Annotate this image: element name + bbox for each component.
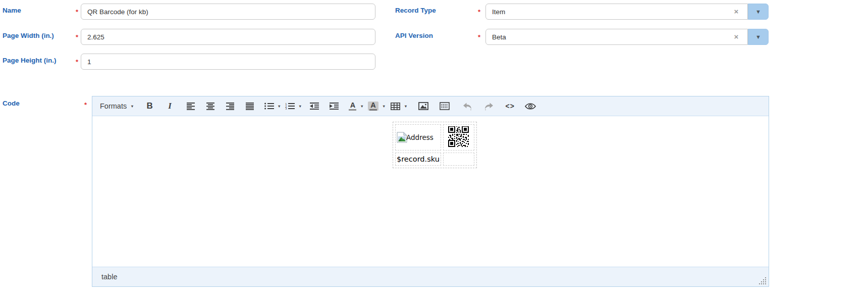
record-type-input[interactable] — [485, 4, 748, 20]
align-justify-button[interactable] — [244, 99, 257, 113]
align-left-icon — [187, 103, 195, 110]
bold-icon: B — [146, 101, 152, 111]
svg-text:3: 3 — [285, 107, 287, 110]
name-input[interactable] — [81, 4, 375, 20]
record-type-required-marker: * — [478, 9, 480, 15]
chevron-down-icon: ▼ — [360, 104, 363, 109]
formats-dropdown-button[interactable]: Formats ▼ — [99, 99, 135, 113]
page-height-input[interactable] — [81, 54, 375, 70]
page-height-required-marker: * — [76, 59, 78, 65]
page-width-label: Page Width (in.) — [3, 32, 54, 39]
italic-icon: I — [168, 101, 172, 111]
chevron-down-icon: ▼ — [278, 104, 281, 109]
align-center-button[interactable] — [204, 99, 218, 113]
redo-button[interactable] — [482, 99, 496, 113]
chevron-down-icon: ▼ — [298, 104, 302, 109]
source-code-icon: <> — [506, 102, 515, 110]
indent-icon — [330, 103, 339, 110]
name-required-marker: * — [76, 9, 78, 15]
page-width-required-marker: * — [76, 34, 78, 40]
sku-field-cell[interactable]: $record.sku — [395, 153, 441, 166]
template-form-page: Name Page Width (in.) Page Height (in.) … — [0, 0, 868, 299]
table-button[interactable]: ▼ — [391, 99, 407, 113]
redo-icon — [484, 102, 494, 111]
qr-code-cell[interactable] — [443, 124, 474, 151]
outdent-icon — [310, 103, 319, 110]
api-version-clear-icon[interactable]: × — [732, 32, 741, 41]
editor-status-bar: table — [92, 267, 769, 286]
formats-label: Formats — [100, 102, 127, 110]
record-type-clear-icon[interactable]: × — [732, 7, 741, 16]
align-left-button[interactable] — [185, 99, 198, 113]
api-version-dropdown-button[interactable]: ▼ — [748, 29, 769, 45]
align-justify-icon — [246, 103, 254, 110]
api-version-required-marker: * — [478, 34, 480, 40]
merge-field-text: $record.sku — [397, 155, 440, 163]
align-center-icon — [206, 103, 215, 110]
name-label: Name — [3, 7, 21, 14]
api-version-input[interactable] — [485, 29, 748, 45]
page-width-input[interactable] — [81, 29, 375, 45]
numbered-list-icon: 1 2 3 — [285, 103, 295, 110]
italic-button[interactable]: I — [164, 99, 177, 113]
code-required-marker: * — [84, 102, 87, 108]
chevron-down-icon: ▼ — [404, 104, 407, 109]
table-row: Address — [395, 124, 474, 151]
indent-button[interactable] — [328, 99, 341, 113]
api-version-combo: × ▼ — [485, 29, 769, 45]
undo-icon — [463, 102, 472, 111]
table-icon — [391, 103, 400, 110]
editor-toolbar: Formats ▼ B I — [92, 96, 769, 116]
chevron-down-icon: ▼ — [755, 34, 761, 40]
address-image-cell[interactable]: Address — [395, 124, 441, 151]
preview-button[interactable] — [524, 99, 537, 113]
api-version-label: API Version — [395, 32, 433, 39]
code-editor: Formats ▼ B I — [92, 96, 769, 287]
bold-button[interactable]: B — [143, 99, 156, 113]
label-template-table[interactable]: Address — [393, 122, 477, 168]
code-label: Code — [3, 99, 20, 107]
source-code-button[interactable]: <> — [504, 99, 517, 113]
record-type-label: Record Type — [395, 7, 436, 14]
table-row: $record.sku — [395, 153, 474, 166]
chevron-down-icon: ▼ — [382, 104, 386, 109]
align-right-icon — [226, 103, 235, 110]
insert-image-button[interactable] — [417, 99, 430, 113]
outdent-button[interactable] — [308, 99, 321, 113]
barcode-icon — [440, 102, 450, 110]
element-path: table — [101, 273, 117, 281]
insert-image-icon — [418, 102, 428, 110]
broken-image-alt-text: Address — [406, 133, 433, 141]
numbered-list-button[interactable]: 1 2 3 ▼ — [285, 99, 302, 113]
qr-code-image — [448, 126, 469, 147]
text-color-button[interactable]: A ▼ — [349, 99, 363, 113]
bullet-list-icon — [264, 103, 274, 110]
record-type-dropdown-button[interactable]: ▼ — [748, 4, 769, 20]
undo-button[interactable] — [461, 99, 474, 113]
empty-cell[interactable] — [443, 153, 474, 166]
record-type-combo: × ▼ — [485, 4, 769, 20]
align-right-button[interactable] — [224, 99, 237, 113]
background-color-icon: A — [368, 102, 378, 111]
bullet-list-button[interactable]: ▼ — [264, 99, 281, 113]
text-color-icon: A — [349, 102, 356, 111]
preview-eye-icon — [524, 103, 536, 110]
broken-image-icon — [397, 132, 407, 143]
chevron-down-icon: ▼ — [755, 9, 761, 15]
chevron-down-icon: ▼ — [130, 104, 134, 109]
page-height-label: Page Height (in.) — [3, 57, 57, 64]
background-color-button[interactable]: A ▼ — [368, 99, 386, 113]
editor-content-area[interactable]: Address — [92, 116, 769, 267]
resize-handle[interactable] — [759, 277, 767, 285]
barcode-button[interactable] — [438, 99, 451, 113]
